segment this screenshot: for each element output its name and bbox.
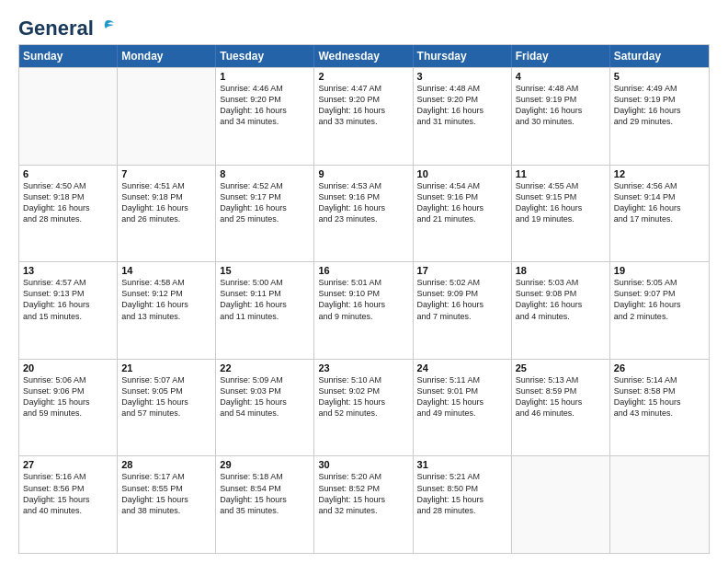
calendar-cell: 18Sunrise: 5:03 AM Sunset: 9:08 PM Dayli… — [512, 262, 610, 359]
day-number: 30 — [318, 459, 408, 470]
day-number: 23 — [318, 362, 408, 373]
calendar-body: 1Sunrise: 4:46 AM Sunset: 9:20 PM Daylig… — [19, 67, 709, 553]
day-info: Sunrise: 4:52 AM Sunset: 9:17 PM Dayligh… — [220, 180, 310, 225]
calendar-cell: 20Sunrise: 5:06 AM Sunset: 9:06 PM Dayli… — [19, 360, 118, 456]
day-number: 13 — [23, 265, 113, 276]
calendar-cell: 26Sunrise: 5:14 AM Sunset: 8:58 PM Dayli… — [610, 360, 709, 456]
day-info: Sunrise: 4:46 AM Sunset: 9:20 PM Dayligh… — [220, 83, 310, 128]
day-info: Sunrise: 4:48 AM Sunset: 9:20 PM Dayligh… — [417, 83, 507, 128]
day-number: 25 — [516, 362, 606, 373]
calendar-cell: 16Sunrise: 5:01 AM Sunset: 9:10 PM Dayli… — [314, 262, 413, 359]
calendar-row-5: 27Sunrise: 5:16 AM Sunset: 8:56 PM Dayli… — [19, 455, 709, 553]
calendar-cell: 22Sunrise: 5:09 AM Sunset: 9:03 PM Dayli… — [216, 360, 314, 456]
day-number: 1 — [220, 71, 310, 82]
calendar-cell: 17Sunrise: 5:02 AM Sunset: 9:09 PM Dayli… — [414, 262, 512, 359]
day-info: Sunrise: 5:18 AM Sunset: 8:54 PM Dayligh… — [220, 471, 310, 516]
logo-general: General — [18, 17, 94, 40]
header-day-thursday: Thursday — [414, 45, 512, 67]
header-day-saturday: Saturday — [610, 45, 709, 67]
day-info: Sunrise: 5:01 AM Sunset: 9:10 PM Dayligh… — [318, 277, 408, 322]
calendar-row-4: 20Sunrise: 5:06 AM Sunset: 9:06 PM Dayli… — [19, 359, 709, 456]
day-info: Sunrise: 5:10 AM Sunset: 9:02 PM Dayligh… — [318, 374, 408, 419]
day-number: 26 — [614, 362, 705, 373]
header-day-friday: Friday — [512, 45, 610, 67]
calendar-cell: 19Sunrise: 5:05 AM Sunset: 9:07 PM Dayli… — [610, 262, 709, 359]
calendar-cell: 5Sunrise: 4:49 AM Sunset: 9:19 PM Daylig… — [610, 68, 709, 165]
calendar-cell: 4Sunrise: 4:48 AM Sunset: 9:19 PM Daylig… — [512, 68, 610, 165]
day-number: 16 — [318, 265, 408, 276]
day-info: Sunrise: 5:09 AM Sunset: 9:03 PM Dayligh… — [220, 374, 310, 419]
day-info: Sunrise: 5:17 AM Sunset: 8:55 PM Dayligh… — [121, 471, 211, 516]
day-number: 22 — [220, 362, 310, 373]
day-number: 29 — [220, 459, 310, 470]
day-info: Sunrise: 5:06 AM Sunset: 9:06 PM Dayligh… — [23, 374, 113, 419]
day-number: 5 — [614, 71, 705, 82]
day-number: 20 — [23, 362, 113, 373]
calendar-cell — [610, 456, 709, 553]
day-number: 9 — [318, 168, 408, 179]
calendar-cell: 1Sunrise: 4:46 AM Sunset: 9:20 PM Daylig… — [216, 68, 314, 165]
day-number: 24 — [417, 362, 507, 373]
day-number: 8 — [220, 168, 310, 179]
day-info: Sunrise: 5:11 AM Sunset: 9:01 PM Dayligh… — [417, 374, 507, 419]
calendar-cell: 13Sunrise: 4:57 AM Sunset: 9:13 PM Dayli… — [19, 262, 118, 359]
calendar-cell: 10Sunrise: 4:54 AM Sunset: 9:16 PM Dayli… — [414, 166, 512, 262]
day-info: Sunrise: 4:48 AM Sunset: 9:19 PM Dayligh… — [516, 83, 606, 128]
day-number: 17 — [417, 265, 507, 276]
day-number: 3 — [417, 71, 507, 82]
day-number: 4 — [516, 71, 606, 82]
calendar-cell — [118, 68, 216, 165]
day-info: Sunrise: 5:02 AM Sunset: 9:09 PM Dayligh… — [417, 277, 507, 322]
day-info: Sunrise: 4:58 AM Sunset: 9:12 PM Dayligh… — [121, 277, 211, 322]
calendar-cell: 7Sunrise: 4:51 AM Sunset: 9:18 PM Daylig… — [118, 166, 216, 262]
page: General SundayMondayTuesdayWednesdayThur… — [0, 0, 728, 563]
calendar-cell: 23Sunrise: 5:10 AM Sunset: 9:02 PM Dayli… — [314, 360, 413, 456]
calendar: SundayMondayTuesdayWednesdayThursdayFrid… — [18, 44, 710, 554]
day-number: 6 — [23, 168, 113, 179]
calendar-cell — [19, 68, 118, 165]
day-info: Sunrise: 5:21 AM Sunset: 8:50 PM Dayligh… — [417, 471, 507, 516]
calendar-cell — [512, 456, 610, 553]
calendar-row-1: 1Sunrise: 4:46 AM Sunset: 9:20 PM Daylig… — [19, 67, 709, 165]
day-number: 21 — [121, 362, 211, 373]
day-info: Sunrise: 5:07 AM Sunset: 9:05 PM Dayligh… — [121, 374, 211, 419]
day-info: Sunrise: 5:20 AM Sunset: 8:52 PM Dayligh… — [318, 471, 408, 516]
calendar-cell: 3Sunrise: 4:48 AM Sunset: 9:20 PM Daylig… — [414, 68, 512, 165]
header-day-sunday: Sunday — [19, 45, 118, 67]
day-number: 28 — [121, 459, 211, 470]
calendar-cell: 30Sunrise: 5:20 AM Sunset: 8:52 PM Dayli… — [314, 456, 413, 553]
day-info: Sunrise: 4:56 AM Sunset: 9:14 PM Dayligh… — [614, 180, 705, 225]
day-info: Sunrise: 4:55 AM Sunset: 9:15 PM Dayligh… — [516, 180, 606, 225]
day-number: 10 — [417, 168, 507, 179]
calendar-row-2: 6Sunrise: 4:50 AM Sunset: 9:18 PM Daylig… — [19, 165, 709, 262]
day-info: Sunrise: 5:13 AM Sunset: 8:59 PM Dayligh… — [516, 374, 606, 419]
header: General — [18, 17, 710, 37]
calendar-row-3: 13Sunrise: 4:57 AM Sunset: 9:13 PM Dayli… — [19, 261, 709, 359]
calendar-cell: 31Sunrise: 5:21 AM Sunset: 8:50 PM Dayli… — [414, 456, 512, 553]
day-info: Sunrise: 5:00 AM Sunset: 9:11 PM Dayligh… — [220, 277, 310, 322]
day-number: 18 — [516, 265, 606, 276]
day-number: 27 — [23, 459, 113, 470]
calendar-cell: 11Sunrise: 4:55 AM Sunset: 9:15 PM Dayli… — [512, 166, 610, 262]
day-info: Sunrise: 5:14 AM Sunset: 8:58 PM Dayligh… — [614, 374, 705, 419]
calendar-cell: 8Sunrise: 4:52 AM Sunset: 9:17 PM Daylig… — [216, 166, 314, 262]
day-info: Sunrise: 5:16 AM Sunset: 8:56 PM Dayligh… — [23, 471, 113, 516]
calendar-cell: 14Sunrise: 4:58 AM Sunset: 9:12 PM Dayli… — [118, 262, 216, 359]
header-day-monday: Monday — [118, 45, 216, 67]
day-info: Sunrise: 5:05 AM Sunset: 9:07 PM Dayligh… — [614, 277, 705, 322]
day-number: 14 — [121, 265, 211, 276]
calendar-cell: 29Sunrise: 5:18 AM Sunset: 8:54 PM Dayli… — [216, 456, 314, 553]
calendar-cell: 28Sunrise: 5:17 AM Sunset: 8:55 PM Dayli… — [118, 456, 216, 553]
calendar-header: SundayMondayTuesdayWednesdayThursdayFrid… — [19, 45, 709, 67]
day-info: Sunrise: 5:03 AM Sunset: 9:08 PM Dayligh… — [516, 277, 606, 322]
header-day-tuesday: Tuesday — [216, 45, 314, 67]
day-number: 31 — [417, 459, 507, 470]
day-number: 2 — [318, 71, 408, 82]
calendar-cell: 27Sunrise: 5:16 AM Sunset: 8:56 PM Dayli… — [19, 456, 118, 553]
day-info: Sunrise: 4:50 AM Sunset: 9:18 PM Dayligh… — [23, 180, 113, 225]
day-number: 12 — [614, 168, 705, 179]
day-info: Sunrise: 4:57 AM Sunset: 9:13 PM Dayligh… — [23, 277, 113, 322]
logo: General — [18, 17, 116, 37]
calendar-cell: 2Sunrise: 4:47 AM Sunset: 9:20 PM Daylig… — [314, 68, 413, 165]
day-number: 15 — [220, 265, 310, 276]
